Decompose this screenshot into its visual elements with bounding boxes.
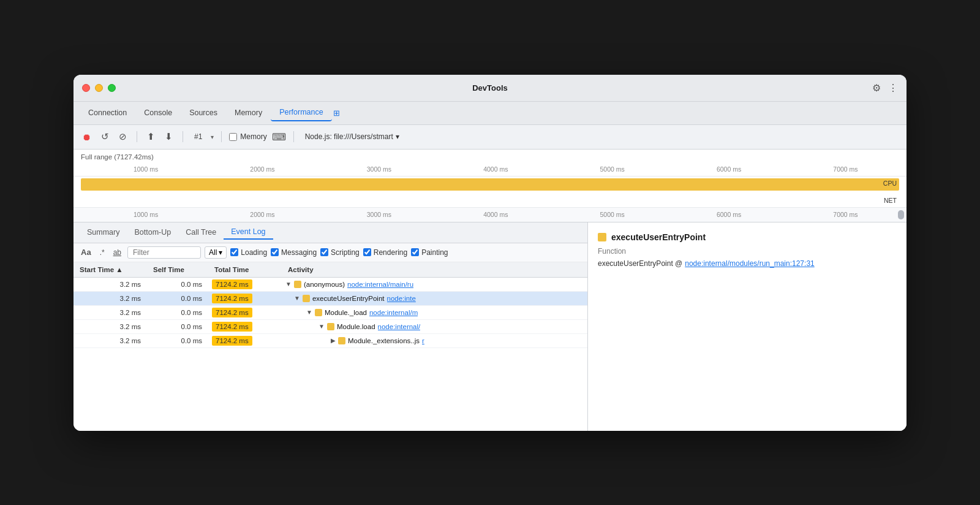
cpu-bar [81,178,899,191]
tab-memory[interactable]: Memory [226,105,271,121]
cell-self-2: 0.0 ms [147,306,208,319]
panel-tabs: Summary Bottom-Up Call Tree Event Log [74,222,587,243]
reload-button[interactable]: ↺ [99,130,111,143]
all-filter-dropdown[interactable]: All ▾ [205,246,227,259]
window-title: DevTools [472,83,508,93]
profile-dropdown-arrow[interactable]: ▾ [211,134,214,140]
func-icon-1 [303,295,310,302]
cell-activity-3: ▼ Module.load node:internal/ [282,320,587,333]
timeline-scrollbar[interactable] [898,210,904,219]
activity-link-3[interactable]: node:internal/ [378,323,421,330]
table-row[interactable]: 3.2 ms 0.0 ms 7124.2 ms ▼ Module.load no… [74,320,587,334]
tab-sources[interactable]: Sources [181,105,226,121]
table-row[interactable]: 3.2 ms 0.0 ms 7124.2 ms ▶ Module._extens… [74,334,587,348]
right-panel: executeUserEntryPoint Function executeUs… [588,222,907,431]
cpu-bar-container: CPU [74,177,907,195]
col-self-time[interactable]: Self Time [147,265,208,275]
activity-name-1: executeUserEntryPoint [312,295,385,302]
title-actions: ⚙ ⋮ [872,82,898,94]
loading-checkbox[interactable] [230,248,238,256]
node-selector[interactable]: Node.js: file:///Users/stmart ▾ [301,131,403,142]
gear-icon[interactable]: ⚙ [872,82,881,94]
func-icon-3 [327,323,334,330]
ruler-mark-3000: 3000 ms [367,165,391,173]
maximize-button[interactable] [108,84,116,92]
tab-summary[interactable]: Summary [80,226,127,239]
expand-arrow-4[interactable]: ▶ [331,337,336,344]
activity-name-3: Module.load [337,323,375,330]
regex-button[interactable]: .* [97,247,107,258]
tab-bottom-up[interactable]: Bottom-Up [127,226,178,239]
activity-link-4[interactable]: r [422,337,424,344]
toolbar-divider-3 [221,131,222,142]
tab-performance[interactable]: Performance [271,104,332,121]
tab-console[interactable]: Console [135,105,181,121]
expand-arrow-1[interactable]: ▼ [294,295,300,302]
scripting-checkbox-label[interactable]: Scripting [320,248,360,257]
cell-self-1: 0.0 ms [147,292,208,305]
messaging-checkbox[interactable] [271,248,279,256]
capture-icon[interactable]: ⌨ [272,131,286,143]
minimize-button[interactable] [95,84,103,92]
expand-arrow-0[interactable]: ▼ [285,281,292,287]
cell-total-0: 7124.2 ms [208,279,282,290]
painting-checkbox[interactable] [411,248,419,256]
cell-total-1: 7124.2 ms [208,293,282,304]
activity-name-4: Module._extensions..js [348,337,420,344]
bottom-panel: Summary Bottom-Up Call Tree Event Log Aa… [74,222,907,431]
activity-name-2: Module._load [325,309,367,316]
download-button[interactable]: ⬇ [162,130,175,143]
painting-checkbox-label[interactable]: Painting [411,248,448,257]
cell-self-0: 0.0 ms [147,278,208,291]
more-icon[interactable]: ⋮ [888,82,898,94]
table-header: Start Time ▲ Self Time Total Time Activi… [74,262,587,278]
expand-arrow-2[interactable]: ▼ [306,309,312,316]
table-row[interactable]: 3.2 ms 0.0 ms 7124.2 ms ▼ (anonymous) no… [74,278,587,292]
toolbar-divider-2 [183,131,183,142]
clear-button[interactable]: ⊘ [116,130,129,143]
memory-checkbox-label[interactable]: Memory [229,132,266,141]
table-row[interactable]: 3.2 ms 0.0 ms 7124.2 ms ▼ executeUserEnt… [74,292,587,306]
text-match-button[interactable]: Aa [78,246,94,258]
filter-input[interactable] [127,246,201,259]
painting-label: Painting [421,248,448,257]
timeline-ruler-top: 1000 ms 2000 ms 3000 ms 4000 ms 5000 ms … [74,163,907,177]
close-button[interactable] [82,84,90,92]
ruler-mark2-6000: 6000 ms [717,211,741,218]
expand-arrow-3[interactable]: ▼ [318,323,325,330]
loading-checkbox-label[interactable]: Loading [230,248,267,257]
cell-total-3: 7124.2 ms [208,321,282,332]
col-total-time[interactable]: Total Time [208,265,282,275]
timeline-full-range: Full range (7127.42ms) [74,150,907,163]
toolbar-divider-1 [137,131,137,142]
memory-checkbox-input[interactable] [229,133,237,141]
cell-activity-2: ▼ Module._load node:internal/m [282,306,587,319]
ruler-mark-5000: 5000 ms [600,165,625,173]
col-start-time[interactable]: Start Time ▲ [74,265,147,275]
activity-link-0[interactable]: node:internal/main/ru [347,281,413,288]
tab-call-tree[interactable]: Call Tree [178,226,224,239]
cell-start-3: 3.2 ms [74,320,147,333]
cell-start-2: 3.2 ms [74,306,147,319]
whole-word-button[interactable]: ab [111,247,124,258]
timeline-area: Full range (7127.42ms) 1000 ms 2000 ms 3… [74,150,907,222]
scripting-checkbox[interactable] [320,248,328,256]
detail-title: executeUserEntryPoint [598,232,897,242]
ruler-mark-2000: 2000 ms [250,165,274,173]
cell-total-4: 7124.2 ms [208,335,282,346]
activity-link-2[interactable]: node:internal/m [369,309,418,316]
rendering-checkbox-label[interactable]: Rendering [363,248,407,257]
messaging-checkbox-label[interactable]: Messaging [271,248,317,257]
tab-connection[interactable]: Connection [80,105,135,121]
scripting-label: Scripting [331,248,360,257]
detail-entry: executeUserEntryPoint @ node:internal/mo… [598,259,897,268]
tab-event-log[interactable]: Event Log [224,225,273,240]
cell-activity-0: ▼ (anonymous) node:internal/main/ru [282,278,587,291]
activity-link-1[interactable]: node:inte [387,295,416,302]
rendering-checkbox[interactable] [363,248,371,256]
record-button[interactable]: ⏺ [80,131,94,143]
table-row[interactable]: 3.2 ms 0.0 ms 7124.2 ms ▼ Module._load n… [74,306,587,320]
detail-func-icon [598,233,606,241]
detail-link[interactable]: node:internal/modules/run_main:127:31 [685,259,814,268]
upload-button[interactable]: ⬆ [145,130,157,143]
